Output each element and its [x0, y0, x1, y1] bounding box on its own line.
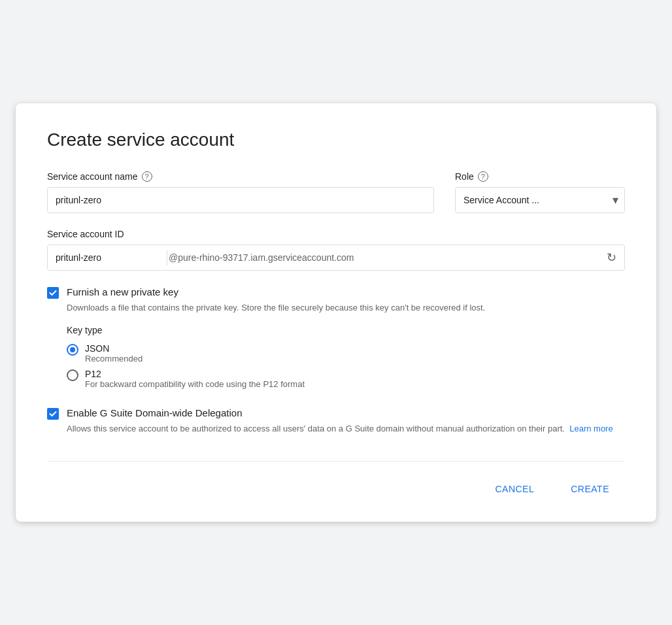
create-service-account-dialog: Create service account Service account n… [16, 103, 656, 522]
id-suffix: @pure-rhino-93717.iam.gserviceaccount.co… [169, 252, 599, 263]
furnish-key-row: Furnish a new private key [47, 286, 625, 299]
json-radio-button[interactable] [67, 344, 78, 356]
name-field-group: Service account name ? [47, 171, 434, 213]
dialog-footer: CANCEL CREATE [47, 461, 625, 501]
p12-radio-button[interactable] [67, 369, 78, 381]
gsuite-checkbox[interactable] [47, 408, 59, 420]
key-type-label: Key type [67, 325, 625, 335]
learn-more-link[interactable]: Learn more [569, 424, 613, 433]
name-role-row: Service account name ? Role ? Service Ac… [47, 171, 625, 213]
p12-radio-label: P12 [85, 369, 305, 379]
p12-radio-option: P12 For backward compatibility with code… [67, 369, 625, 389]
create-button[interactable]: CREATE [555, 477, 625, 501]
gsuite-section: Enable G Suite Domain-wide Delegation Al… [47, 407, 625, 435]
furnish-key-description: Downloads a file that contains the priva… [67, 301, 625, 314]
json-radio-sublabel: Recommended [85, 354, 143, 363]
role-select[interactable]: Service Account ... [455, 187, 625, 213]
id-field-label: Service account ID [47, 229, 625, 239]
service-account-id-input[interactable] [48, 245, 165, 270]
role-select-wrapper: Service Account ... ▾ [455, 187, 625, 213]
furnish-key-checkbox[interactable] [47, 287, 59, 299]
p12-radio-text: P12 For backward compatibility with code… [85, 369, 305, 389]
id-field-group: Service account ID @pure-rhino-93717.iam… [47, 229, 625, 271]
key-type-section: Key type JSON Recommended P12 For backwa… [67, 325, 625, 389]
gsuite-description: Allows this service account to be author… [67, 422, 625, 435]
json-radio-text: JSON Recommended [85, 343, 143, 363]
service-account-name-input[interactable] [47, 187, 434, 213]
name-help-icon[interactable]: ? [142, 171, 152, 182]
furnish-key-section: Furnish a new private key Downloads a fi… [47, 286, 625, 389]
role-field-label: Role ? [455, 171, 625, 182]
gsuite-label: Enable G Suite Domain-wide Delegation [67, 407, 242, 418]
furnish-key-label: Furnish a new private key [67, 286, 178, 297]
json-radio-label: JSON [85, 343, 143, 354]
p12-radio-sublabel: For backward compatibility with code usi… [85, 379, 305, 389]
json-radio-option: JSON Recommended [67, 343, 625, 363]
id-divider [167, 250, 167, 265]
id-field-wrapper: @pure-rhino-93717.iam.gserviceaccount.co… [47, 245, 625, 271]
gsuite-row: Enable G Suite Domain-wide Delegation [47, 407, 625, 420]
cancel-button[interactable]: CANCEL [479, 477, 550, 501]
name-field-label: Service account name ? [47, 171, 434, 182]
role-help-icon[interactable]: ? [478, 171, 488, 182]
refresh-icon[interactable]: ↻ [599, 250, 624, 265]
role-field-group: Role ? Service Account ... ▾ [455, 171, 625, 213]
dialog-title: Create service account [47, 129, 625, 150]
